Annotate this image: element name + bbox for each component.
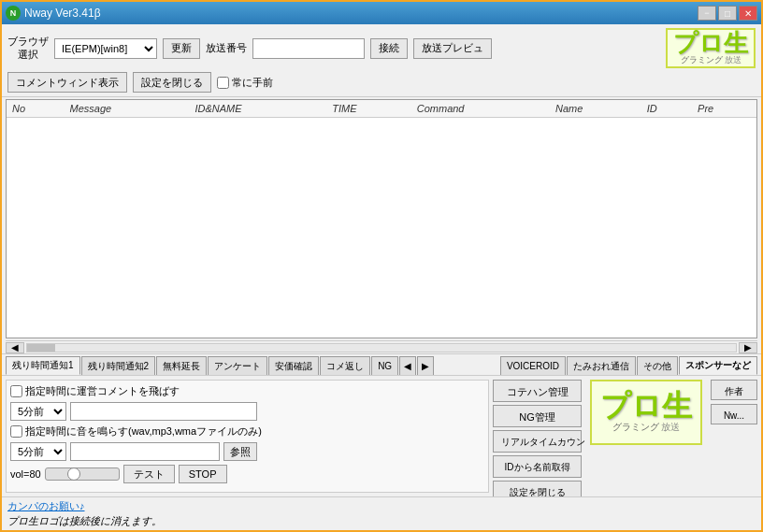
main-table: No Message ID&NAME TIME Command Name ID … bbox=[7, 100, 756, 118]
play-sound-text: 指定時間に音を鳴らす(wav,mp3,wmaファイルのみ) bbox=[25, 424, 262, 439]
scroll-track[interactable] bbox=[26, 343, 737, 352]
ng-manage-btn[interactable]: NG管理 bbox=[493, 405, 582, 427]
tab-remaining1[interactable]: 残り時間通知1 bbox=[6, 356, 80, 375]
scroll-thumb bbox=[27, 344, 55, 352]
right-tabs: VOICEROID たみおれ通信 その他 スポンサーなど bbox=[500, 356, 757, 375]
tab-ng[interactable]: NG bbox=[371, 356, 398, 375]
slider-thumb bbox=[67, 467, 80, 481]
kotehan-btn[interactable]: コテハン管理 bbox=[493, 380, 582, 402]
maximize-button[interactable]: □ bbox=[718, 6, 737, 21]
connect-button[interactable]: 接続 bbox=[370, 38, 408, 59]
author-btn[interactable]: 作者 bbox=[711, 380, 757, 400]
table-header-row: No Message ID&NAME TIME Command Name ID … bbox=[7, 100, 756, 118]
status-message: プロ生ロゴは接続後に消えます。 bbox=[7, 514, 756, 528]
right-logo-panel: プロ生 グラミング 放送 bbox=[585, 380, 707, 493]
col-name: Name bbox=[550, 100, 641, 118]
far-right-panel: 作者 Nw... bbox=[711, 380, 757, 493]
col-message: Message bbox=[65, 100, 190, 118]
vol-row: vol=80 テスト STOP bbox=[10, 465, 484, 483]
tab-price-confirm[interactable]: 安価確認 bbox=[268, 356, 319, 375]
col-command: Command bbox=[411, 100, 550, 118]
col-id: ID bbox=[641, 100, 692, 118]
tab-next[interactable]: ▶ bbox=[417, 356, 434, 375]
browser-label-group: ブラウザ 選択 bbox=[7, 36, 49, 60]
tabs-container: 残り時間通知1 残り時間通知2 無料延長 アンケート 安価確認 コメ返し NG … bbox=[2, 354, 761, 375]
tab-remaining2[interactable]: 残り時間通知2 bbox=[81, 356, 156, 375]
col-pre: Pre bbox=[692, 100, 756, 118]
logo-sub-large: グラミング bbox=[612, 421, 659, 434]
checkbox1-label[interactable]: 指定時間に運営コメントを飛ばす bbox=[10, 384, 484, 398]
skip-ops-text: 指定時間に運営コメントを飛ばす bbox=[25, 384, 180, 398]
vol-label: vol=80 bbox=[10, 468, 41, 480]
scroll-left-btn[interactable]: ◀ bbox=[6, 342, 24, 353]
browser-label2: 選択 bbox=[18, 49, 38, 61]
test-button[interactable]: テスト bbox=[123, 465, 175, 483]
preview-button[interactable]: 放送プレビュ bbox=[413, 38, 492, 59]
ref-button[interactable]: 参照 bbox=[223, 442, 257, 461]
tab-survey[interactable]: アンケート bbox=[208, 356, 267, 375]
logo-main: プロ生 bbox=[673, 32, 748, 56]
browser-label: ブラウザ bbox=[7, 36, 49, 48]
tab-other[interactable]: その他 bbox=[637, 356, 678, 375]
window-title: Nway Ver3.41β bbox=[24, 7, 101, 20]
logo-sub: グラミング bbox=[681, 56, 723, 65]
time-row2: 5分前 10分前 15分前 参照 bbox=[10, 442, 484, 461]
skip-ops-comment-checkbox[interactable] bbox=[10, 385, 22, 397]
stop-button[interactable]: STOP bbox=[179, 465, 227, 483]
close-button[interactable]: ✕ bbox=[739, 6, 757, 21]
file-path-input[interactable] bbox=[70, 442, 220, 461]
browser-select[interactable]: IE(EPM)[win8] IE Chrome bbox=[54, 38, 157, 59]
title-bar-left: N Nway Ver3.41β bbox=[6, 6, 101, 21]
tab-voiceroid[interactable]: VOICEROID bbox=[500, 356, 566, 375]
col-id-name: ID&NAME bbox=[189, 100, 326, 118]
tab-prev[interactable]: ◀ bbox=[399, 356, 416, 375]
comment-window-button[interactable]: コメントウィンド表示 bbox=[7, 72, 127, 93]
tab-comment-reply[interactable]: コメ返し bbox=[320, 356, 370, 375]
realtime-count-btn[interactable]: リアルタイムカウン bbox=[493, 430, 582, 453]
col-time: TIME bbox=[326, 100, 410, 118]
bottom-content: 指定時間に運営コメントを飛ばす 5分前 10分前 15分前 指定時間に音を鳴らす… bbox=[2, 375, 761, 496]
middle-buttons: コテハン管理 NG管理 リアルタイムカウン IDから名前取得 設定を閉じる 左右… bbox=[493, 380, 582, 493]
logo-sub2: 放送 bbox=[725, 56, 741, 65]
logo-main-large: プロ生 bbox=[600, 391, 692, 421]
checkbox2-label[interactable]: 指定時間に音を鳴らす(wav,mp3,wmaファイルのみ) bbox=[10, 424, 484, 439]
time-row1: 5分前 10分前 15分前 bbox=[10, 402, 484, 421]
broadcast-input[interactable] bbox=[252, 38, 365, 59]
id-to-name-btn[interactable]: IDから名前取得 bbox=[493, 455, 582, 478]
camp-link[interactable]: カンパのお願い♪ bbox=[7, 499, 756, 513]
tab-sponsor[interactable]: スポンサーなど bbox=[679, 356, 757, 375]
close-settings-button[interactable]: 設定を閉じる bbox=[133, 72, 211, 93]
scrollbar-x[interactable]: ◀ ▶ bbox=[6, 340, 757, 353]
main-window: N Nway Ver3.41β － □ ✕ ブラウザ 選択 IE(EPM)[wi… bbox=[0, 0, 763, 532]
title-bar: N Nway Ver3.41β － □ ✕ bbox=[2, 2, 761, 24]
status-bar: カンパのお願い♪ プロ生ロゴは接続後に消えます。 bbox=[2, 496, 761, 530]
always-front-text: 常に手前 bbox=[232, 76, 273, 90]
play-sound-checkbox[interactable] bbox=[10, 425, 22, 438]
tab-tamiore[interactable]: たみおれ通信 bbox=[567, 356, 636, 375]
logo-sub2-large: 放送 bbox=[661, 421, 680, 434]
scroll-right-btn[interactable]: ▶ bbox=[739, 342, 757, 353]
minimize-button[interactable]: － bbox=[698, 6, 716, 21]
prolive-logo-large: プロ生 グラミング 放送 bbox=[590, 380, 702, 445]
always-front-label[interactable]: 常に手前 bbox=[217, 76, 273, 90]
table-area[interactable]: No Message ID&NAME TIME Command Name ID … bbox=[6, 99, 757, 338]
left-tabs: 残り時間通知1 残り時間通知2 無料延長 アンケート 安価確認 コメ返し NG … bbox=[6, 356, 434, 375]
update-button[interactable]: 更新 bbox=[163, 38, 200, 59]
broadcast-label: 放送番号 bbox=[206, 41, 247, 55]
vol-slider[interactable] bbox=[45, 467, 120, 481]
time-select2[interactable]: 5分前 10分前 15分前 bbox=[10, 442, 66, 461]
logo-area: プロ生 グラミング 放送 bbox=[666, 28, 756, 68]
bottom-panel: 残り時間通知1 残り時間通知2 無料延長 アンケート 安価確認 コメ返し NG … bbox=[2, 353, 761, 496]
tab-free-extend[interactable]: 無料延長 bbox=[156, 356, 207, 375]
app-icon: N bbox=[6, 6, 21, 21]
time-select1[interactable]: 5分前 10分前 15分前 bbox=[10, 402, 66, 421]
title-bar-controls: － □ ✕ bbox=[698, 6, 757, 21]
comment-text-input1[interactable] bbox=[70, 402, 257, 421]
col-no: No bbox=[7, 100, 65, 118]
tab-content-panel: 指定時間に運営コメントを飛ばす 5分前 10分前 15分前 指定時間に音を鳴らす… bbox=[6, 380, 489, 493]
always-front-checkbox[interactable] bbox=[217, 77, 229, 89]
nw-btn[interactable]: Nw... bbox=[711, 404, 757, 424]
